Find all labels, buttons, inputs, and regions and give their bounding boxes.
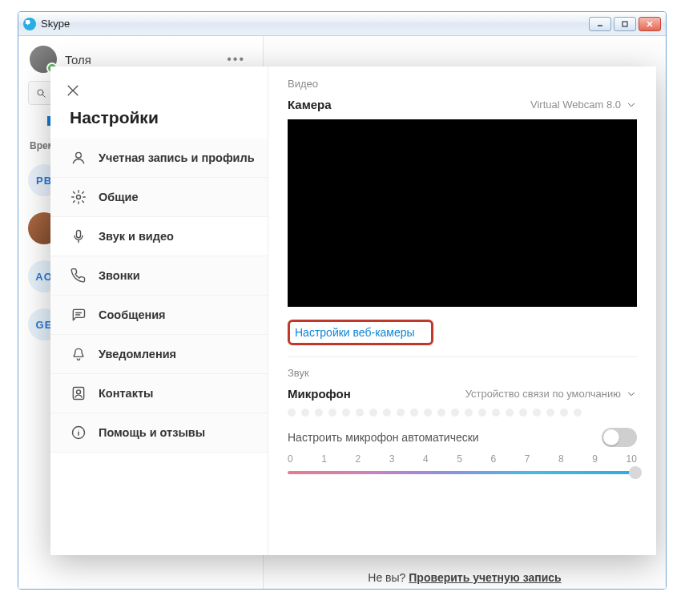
nav-label: Звук и видео <box>99 230 174 243</box>
search-icon <box>35 87 46 99</box>
titlebar: Skype <box>18 12 666 36</box>
camera-label: Камера <box>288 98 332 111</box>
skype-icon <box>23 18 36 30</box>
mic-auto-label: Настроить микрофон автоматически <box>288 431 479 444</box>
window-title: Skype <box>41 18 589 30</box>
identity-prompt: Не вы? Проверить учетную запись <box>264 571 666 584</box>
svg-rect-10 <box>77 231 81 238</box>
mic-label: Микрофон <box>288 387 351 401</box>
nav-label: Сообщения <box>99 308 166 321</box>
mic-volume-slider[interactable] <box>288 466 637 479</box>
svg-line-5 <box>42 95 45 97</box>
video-section-label: Видео <box>288 78 637 90</box>
chevron-down-icon <box>626 389 637 400</box>
settings-content: Видео Камера Virtual Webcam 8.0 Настройк… <box>268 66 656 555</box>
camera-select[interactable]: Virtual Webcam 8.0 <box>530 99 637 111</box>
gear-icon <box>70 188 87 206</box>
nav-label: Звонки <box>99 269 140 282</box>
nav-label: Контакты <box>99 387 153 400</box>
nav-label: Уведомления <box>99 348 176 360</box>
nav-label: Общие <box>99 191 138 203</box>
profile-name[interactable]: Толя <box>65 53 212 66</box>
nav-label: Учетная запись и профиль <box>99 151 255 164</box>
svg-rect-1 <box>622 22 627 26</box>
mic-level-meter <box>288 409 637 417</box>
message-icon <box>70 306 87 324</box>
mic-auto-toggle[interactable] <box>602 428 637 447</box>
settings-title: Настройки <box>50 107 268 139</box>
svg-point-14 <box>77 390 81 394</box>
nav-item-messages[interactable]: Сообщения <box>50 295 268 334</box>
settings-modal: Настройки Учетная запись и профиль Общие <box>50 66 656 555</box>
phone-icon <box>70 267 87 284</box>
chevron-down-icon <box>626 99 637 111</box>
camera-value: Virtual Webcam 8.0 <box>530 99 621 111</box>
nav-item-contacts[interactable]: Контакты <box>50 373 268 413</box>
check-account-link[interactable]: Проверить учетную запись <box>409 571 561 584</box>
maximize-button[interactable] <box>614 17 636 31</box>
settings-nav: Настройки Учетная запись и профиль Общие <box>50 66 268 555</box>
svg-point-4 <box>38 90 43 95</box>
svg-point-17 <box>79 429 79 430</box>
close-icon <box>65 83 81 99</box>
nav-item-general[interactable]: Общие <box>50 177 268 216</box>
webcam-settings-link[interactable]: Настройки веб-камеры <box>288 320 433 345</box>
nav-item-notifications[interactable]: Уведомления <box>50 334 268 373</box>
audio-section-label: Звук <box>288 367 637 379</box>
app-window: Skype Толя ••• <box>18 11 667 590</box>
minimize-button[interactable] <box>589 17 611 31</box>
svg-point-8 <box>76 152 82 158</box>
camera-preview <box>288 119 637 307</box>
nav-label: Помощь и отзывы <box>99 426 205 439</box>
mic-select[interactable]: Устройство связи по умолчанию <box>465 388 637 400</box>
info-icon <box>70 424 87 441</box>
user-icon <box>70 149 87 167</box>
close-settings-button[interactable] <box>58 76 87 105</box>
close-window-button[interactable] <box>639 17 661 31</box>
slider-track <box>288 471 637 474</box>
slider-thumb[interactable] <box>629 466 642 479</box>
mic-scale-labels: 0 1 2 3 4 5 6 7 8 9 10 <box>288 453 637 465</box>
contacts-icon <box>70 384 87 402</box>
nav-item-calls[interactable]: Звонки <box>50 256 268 295</box>
nav-item-help[interactable]: Помощь и отзывы <box>50 413 268 453</box>
nav-item-account[interactable]: Учетная запись и профиль <box>50 139 268 177</box>
svg-point-9 <box>77 195 81 199</box>
nav-item-audio-video[interactable]: Звук и видео <box>50 216 268 256</box>
mic-icon <box>70 227 87 245</box>
mic-value: Устройство связи по умолчанию <box>465 388 621 400</box>
bell-icon <box>70 345 87 363</box>
